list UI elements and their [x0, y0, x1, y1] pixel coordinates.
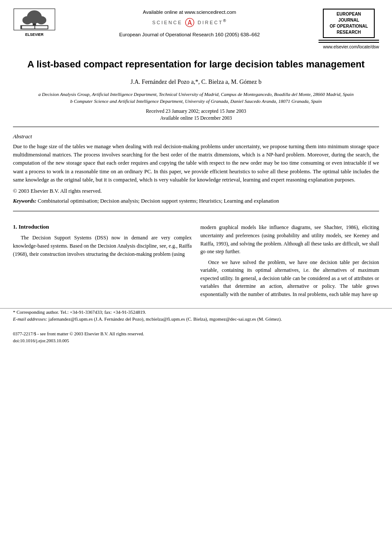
svg-text:ELSEVIER: ELSEVIER	[25, 32, 44, 37]
header-left: ELSEVIER	[13, 8, 61, 41]
two-column-layout: 1. Introduction The Decision Support Sys…	[13, 223, 379, 301]
elsevier-logo: ELSEVIER	[13, 8, 56, 39]
footnote-section: * Corresponding author. Tel.: +34-91-336…	[0, 308, 392, 323]
ejor-line2: JOURNAL	[326, 17, 371, 23]
email-addresses: jafernandez@fi.upm.es (J.A. Fernández de…	[48, 316, 282, 322]
col-left-p1: The Decision Support Systems (DSS) now i…	[13, 234, 192, 258]
keywords: Keywords: Combinatorial optimisation; De…	[13, 197, 379, 205]
abstract-section: Abstract Due to the huge size of the tab…	[0, 133, 392, 205]
ejor-box: EUROPEAN JOURNAL OF OPERATIONAL RESEARCH	[323, 9, 375, 38]
header-center: Available online at www.sciencedirect.co…	[65, 8, 314, 37]
ejor-dividers	[319, 40, 379, 43]
authors: J.A. Fernández del Pozo a,*, C. Bielza a…	[26, 79, 366, 86]
main-title: A list-based compact representation for …	[26, 58, 366, 71]
science-text: SCIENCE	[152, 20, 182, 25]
footnote-email: E-mail addresses: jafernandez@fi.upm.es …	[13, 315, 379, 323]
col-right-p2: Once we have solved the problem, we have…	[201, 258, 379, 299]
footnote-corresponding: * Corresponding author. Tel.: +34-91-336…	[13, 309, 379, 316]
col-left-body: The Decision Support Systems (DSS) now i…	[13, 234, 192, 258]
affiliation-b: b Computer Science and Artificial Intell…	[26, 98, 366, 105]
authors-text: J.A. Fernández del Pozo a,*, C. Bielza a…	[131, 79, 261, 85]
bottom-bar: 0377-2217/$ - see front matter © 2003 El…	[0, 327, 392, 345]
page: ELSEVIER Available online at www.science…	[0, 0, 392, 535]
issn-text: 0377-2217/$ - see front matter © 2003 El…	[13, 331, 379, 338]
abstract-heading: Abstract	[13, 133, 379, 140]
svg-point-3	[22, 16, 32, 24]
title-divider	[13, 127, 379, 127]
abstract-text: Due to the huge size of the tables we ma…	[13, 143, 379, 185]
available-online-text: Available online at www.sciencedirect.co…	[65, 10, 314, 15]
keywords-text: Combinatorial optimisation; Decision ana…	[38, 198, 279, 204]
ejor-line3: OF OPERATIONAL	[326, 23, 371, 29]
column-right: modern graphical models like influence d…	[201, 223, 379, 301]
affiliation-a: a Decision Analysis Group, Artificial In…	[26, 91, 366, 98]
col-right-body: modern graphical models like influence d…	[201, 223, 379, 298]
header-right: EUROPEAN JOURNAL OF OPERATIONAL RESEARCH…	[319, 8, 379, 49]
copyright-text: © 2003 Elsevier B.V. All rights reserved…	[13, 188, 379, 194]
received-date: Received 23 January 2002; accepted 15 Ju…	[26, 108, 366, 114]
abstract-divider	[13, 211, 379, 211]
col-right-p1: modern graphical models like influence d…	[201, 223, 379, 255]
doi-text: doi:10.1016/j.ejor.2003.10.005	[13, 338, 379, 345]
svg-point-4	[36, 16, 46, 24]
section1-heading: 1. Introduction	[13, 223, 192, 230]
ejor-line4: RESEARCH	[326, 29, 371, 35]
at-icon: Ⓐ	[185, 17, 195, 28]
title-section: A list-based compact representation for …	[0, 49, 392, 121]
keywords-label: Keywords:	[13, 198, 36, 204]
sciencedirect-logo: SCIENCE Ⓐ DIRECT®	[65, 16, 314, 29]
direct-text: DIRECT	[198, 20, 223, 25]
ejor-line1: EUROPEAN	[326, 11, 371, 17]
elsevier-url: www.elsevier.com/locate/dsw	[319, 45, 379, 49]
svg-rect-6	[22, 26, 35, 29]
affiliations: a Decision Analysis Group, Artificial In…	[26, 91, 366, 105]
reg-symbol: ®	[223, 19, 227, 23]
column-left: 1. Introduction The Decision Support Sys…	[13, 223, 192, 301]
svg-rect-7	[35, 26, 48, 29]
header: ELSEVIER Available online at www.science…	[0, 0, 392, 49]
email-label: E-mail addresses:	[13, 316, 47, 322]
body-section: 1. Introduction The Decision Support Sys…	[0, 217, 392, 301]
journal-info: European Journal of Operational Research…	[65, 32, 314, 37]
available-online-date: Available online 15 December 2003	[26, 115, 366, 121]
